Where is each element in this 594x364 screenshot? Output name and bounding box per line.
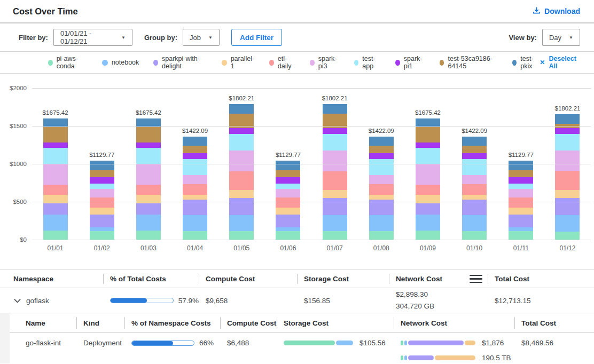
bar-segment-test-pkix: [509, 161, 533, 170]
column-header-network-cost: Network Cost: [394, 313, 514, 333]
legend-item-pi-aws-conda[interactable]: pi-aws-conda: [48, 55, 88, 70]
y-axis-tick-label: $500: [13, 199, 27, 205]
stacked-bar-01/12[interactable]: [555, 114, 580, 240]
column-header-storage-cost: Storage Cost: [297, 270, 389, 288]
pct-of-namespace-bar: [131, 341, 194, 346]
stacked-bar-01/04[interactable]: [183, 137, 207, 240]
legend-dot: [153, 60, 158, 66]
bar-segment-parallel-1: [276, 208, 300, 215]
legend-label: notebook: [112, 59, 139, 66]
bar-segment-pi-aws-conda: [276, 231, 300, 240]
bar-segment-parallel-1: [323, 190, 347, 198]
bar-segment-test-pkix: [555, 114, 580, 124]
column-header-total-cost: Total Cost: [488, 270, 594, 288]
column-header-%-of-namespace-costs: % of Namespace Costs: [124, 313, 220, 333]
stacked-bar-01/05[interactable]: [229, 104, 254, 240]
stacked-bar-01/01[interactable]: [43, 118, 68, 240]
bar-segment-pi-aws-conda: [90, 231, 114, 240]
legend-item-test-53ca9186-64145[interactable]: test-53ca9186-64145: [440, 55, 498, 70]
table-row-goflask[interactable]: goflask 57.9% $9,658 $156.85 $2,898.30 3…: [0, 288, 594, 313]
chart-plot-area: $1675.42$1129.77$1675.42$1422.09$1802.21…: [32, 89, 591, 240]
network-cost-bar: [401, 341, 475, 345]
x-axis-tick-label: 01/01: [32, 244, 79, 252]
legend-item-spark-pi3[interactable]: spark-pi3: [310, 55, 340, 70]
namespace-name-cell[interactable]: goflask: [0, 297, 103, 305]
bar-segment-spark-pi3: [555, 151, 580, 170]
legend-item-sparkpi-with-delight[interactable]: sparkpi-with-delight: [153, 55, 207, 70]
stacked-bar-01/06[interactable]: [276, 161, 300, 240]
view-by-select[interactable]: Day ▼: [542, 29, 580, 46]
column-header-namespace: Namespace: [0, 270, 103, 288]
bar-segment-spark-pi1: [229, 128, 254, 134]
page-title: Cost Over Time: [13, 6, 78, 17]
stacked-bar-01/10[interactable]: [462, 137, 487, 240]
bar-segment-test-53ca9186-64145: [416, 127, 440, 143]
bar-segment-parallel-1: [555, 190, 580, 198]
network-volume-bar: [401, 355, 475, 360]
view-by-label: View by:: [509, 34, 537, 42]
stacked-bar-01/03[interactable]: [136, 118, 161, 240]
table-row-go-flask-int[interactable]: go-flask-int Deployment 66% $6,488 $105.…: [10, 333, 594, 364]
bar-segment-test-app: [369, 159, 394, 175]
bar-segment-notebook: [555, 215, 580, 232]
bar-segment-parallel-1: [183, 195, 207, 200]
date-range-select[interactable]: 01/01/21 - 01/12/21 ▼: [53, 29, 132, 46]
bar-segment-spark-pi1: [509, 177, 533, 184]
group-by-select[interactable]: Job ▼: [183, 29, 220, 46]
mini-bar-segment: [401, 355, 403, 360]
pct-of-total-value: 57.9%: [178, 297, 199, 305]
bar-segment-test-pkix: [276, 161, 300, 170]
close-icon: ✕: [540, 59, 545, 66]
bar-segment-test-53ca9186-64145: [43, 127, 68, 143]
stacked-bar-01/08[interactable]: [369, 137, 394, 240]
bar-segment-pi-aws-conda: [136, 231, 161, 240]
stacked-bar-01/07[interactable]: [323, 104, 347, 240]
bar-segment-spark-pi3: [509, 189, 533, 198]
bar-segment-notebook: [323, 215, 347, 231]
x-axis-tick-label: 01/12: [544, 244, 591, 252]
download-icon: [533, 6, 541, 16]
bar-segment-spark-pi1: [369, 153, 394, 159]
bar-total-label: $1129.77: [276, 152, 301, 158]
cost-over-time-chart: $1675.42$1129.77$1675.42$1422.09$1802.21…: [0, 74, 594, 270]
bar-segment-test-pkix: [369, 137, 394, 146]
bar-slot-01/03: $1675.42: [125, 89, 171, 240]
legend-item-test-pkix[interactable]: test-pkix: [512, 55, 540, 70]
stacked-bar-01/11[interactable]: [509, 161, 533, 240]
bar-segment-test-app: [43, 148, 68, 164]
legend-dot: [395, 60, 400, 66]
bar-segment-test-app: [90, 184, 114, 189]
stacked-bar-01/02[interactable]: [90, 161, 114, 240]
download-button[interactable]: Download: [533, 6, 580, 16]
legend-item-spark-pi1[interactable]: spark-pi1: [395, 55, 425, 70]
legend-item-notebook[interactable]: notebook: [102, 59, 139, 66]
sub-compute-cost-value: $6,488: [220, 339, 277, 347]
column-menu-icon[interactable]: [468, 274, 483, 284]
chevron-down-icon[interactable]: [14, 297, 21, 305]
bar-segment-spark-pi3: [90, 189, 114, 198]
bar-segment-test-app: [462, 159, 487, 175]
bar-segment-pi-aws-conda: [43, 231, 68, 240]
storage-cost-bar: [284, 341, 353, 345]
bar-slot-01/11: $1129.77: [498, 89, 544, 240]
bar-segment-etl-daily: [462, 184, 487, 194]
legend-item-etl-daily[interactable]: etl-daily: [269, 55, 295, 70]
sub-storage-cost-value: $105.56: [359, 339, 386, 347]
stacked-bar-01/09[interactable]: [416, 118, 440, 240]
bar-segment-etl-daily: [555, 171, 580, 190]
deselect-all-button[interactable]: ✕ Deselect All: [540, 55, 580, 70]
bar-segment-pi-aws-conda: [509, 231, 533, 240]
group-by-value: Job: [190, 34, 201, 42]
mini-bar-segment: [408, 355, 434, 360]
add-filter-button[interactable]: Add Filter: [231, 29, 282, 46]
bar-total-label: $1802.21: [229, 95, 254, 101]
bar-segment-test-53ca9186-64145: [276, 170, 300, 177]
legend-item-parallel-1[interactable]: parallel-1: [222, 55, 255, 70]
sub-network-volume-value: 190.5 TB: [482, 354, 511, 362]
legend-item-test-app[interactable]: test-app: [354, 55, 381, 70]
bar-total-label: $1129.77: [509, 152, 534, 158]
bar-segment-parallel-1: [509, 208, 533, 215]
bar-total-label: $1675.42: [136, 109, 161, 116]
sub-total-cost-value: $8,469.56: [514, 339, 594, 347]
bar-segment-sparkpi-with-delight: [555, 198, 580, 215]
